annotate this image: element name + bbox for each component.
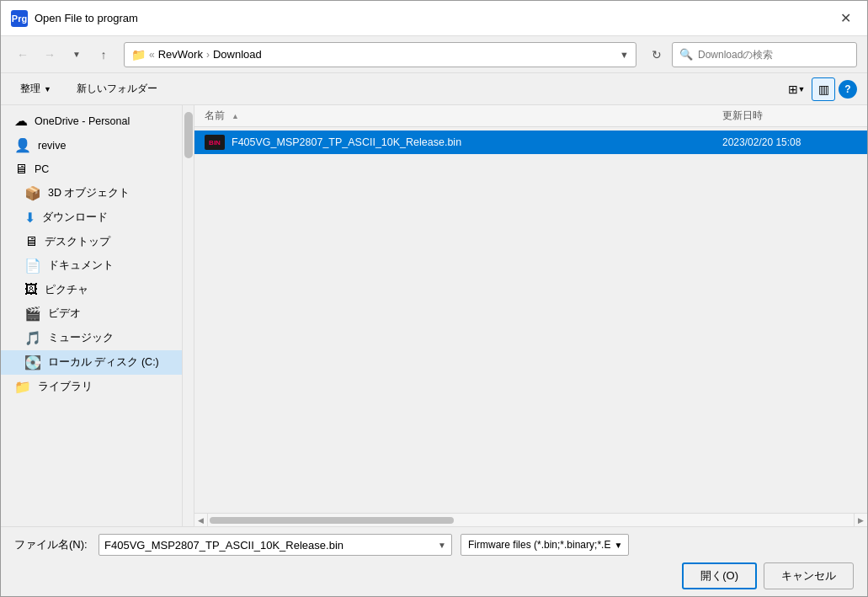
up-button[interactable]: ↑ bbox=[92, 43, 115, 67]
hscroll-thumb bbox=[210, 517, 454, 524]
close-button[interactable]: ✕ bbox=[833, 7, 857, 30]
help-icon: ? bbox=[844, 83, 850, 95]
sidebar: ☁ OneDrive - Personal 👤 revive 🖥 PC 📦 3D… bbox=[1, 105, 194, 526]
open-file-dialog: Prg Open File to program ✕ ← → ▼ ↑ 📁 « R… bbox=[0, 0, 868, 597]
forward-button[interactable]: → bbox=[38, 43, 61, 67]
sidebar-item-label-pc: PC bbox=[35, 163, 49, 175]
button-row: 開く(O) キャンセル bbox=[14, 562, 854, 589]
dialog-title: Open File to program bbox=[35, 12, 833, 24]
toolbar-right: ⊞ ▼ ▥ ? bbox=[785, 77, 857, 101]
breadcrumb-separator1: « bbox=[149, 49, 155, 61]
sidebar-item-local-disk[interactable]: 💽 ローカル ディスク (C:) bbox=[1, 350, 194, 375]
sidebar-item-music[interactable]: 🎵 ミュージック bbox=[1, 326, 194, 350]
sidebar-scrollbar-thumb bbox=[184, 112, 193, 158]
filename-input-container: ▼ bbox=[99, 534, 452, 556]
documents-icon: 📄 bbox=[24, 258, 41, 274]
app-icon: Prg bbox=[11, 10, 28, 27]
pane-icon: ▥ bbox=[818, 83, 829, 96]
sidebar-item-pictures[interactable]: 🖼 ピクチャ bbox=[1, 278, 194, 301]
sidebar-item-videos[interactable]: 🎬 ビデオ bbox=[1, 301, 194, 326]
sidebar-item-label-revive: revive bbox=[38, 140, 66, 152]
hscroll-track bbox=[208, 514, 854, 526]
disk-icon: 💽 bbox=[24, 354, 41, 370]
main-content: ☁ OneDrive - Personal 👤 revive 🖥 PC 📦 3D… bbox=[1, 105, 867, 526]
file-name-label: F405VG_MSP2807_TP_ASCII_10K_Release.bin bbox=[232, 136, 716, 148]
hscroll-left-button[interactable]: ◀ bbox=[194, 514, 208, 526]
address-toolbar: ← → ▼ ↑ 📁 « RevWork › Download ▼ ↻ 🔍 bbox=[1, 36, 867, 73]
file-list-header: 名前 ▲ 更新日時 bbox=[194, 105, 867, 127]
desktop-icon: 🖥 bbox=[24, 234, 38, 249]
sidebar-item-3d[interactable]: 📦 3D オブジェクト bbox=[1, 181, 194, 205]
filename-dropdown-arrow[interactable]: ▼ bbox=[433, 541, 451, 550]
address-chevron-icon[interactable]: ▼ bbox=[620, 50, 629, 60]
video-icon: 🎬 bbox=[24, 306, 41, 322]
col-name-label: 名前 bbox=[205, 109, 225, 123]
bin-file-icon: BIN bbox=[205, 135, 225, 150]
cloud-icon: ☁ bbox=[14, 113, 28, 129]
col-date-label: 更新日時 bbox=[722, 109, 763, 121]
new-folder-label: 新しいフォルダー bbox=[77, 82, 157, 96]
file-date-label: 2023/02/20 15:08 bbox=[722, 136, 857, 148]
view-mode-button[interactable]: ⊞ ▼ bbox=[785, 77, 808, 101]
sidebar-item-desktop[interactable]: 🖥 デスクトップ bbox=[1, 230, 194, 253]
library-icon: 📁 bbox=[14, 379, 31, 395]
filetype-label: Firmware files (*.bin;*.binary;*.E bbox=[468, 539, 610, 551]
organize-label: 整理 bbox=[20, 82, 40, 96]
sidebar-scrollbar[interactable] bbox=[182, 105, 194, 526]
download-icon: ⬇ bbox=[24, 210, 35, 226]
filename-label: ファイル名(N): bbox=[14, 537, 90, 552]
breadcrumb-revwork: RevWork bbox=[158, 48, 203, 61]
bottom-bar: ファイル名(N): ▼ Firmware files (*.bin;*.bina… bbox=[1, 526, 867, 596]
organize-chevron-icon: ▼ bbox=[44, 85, 51, 93]
sidebar-item-onedrive[interactable]: ☁ OneDrive - Personal bbox=[1, 109, 194, 133]
sidebar-item-label-library: ライブラリ bbox=[38, 380, 93, 394]
sidebar-item-label-pictures: ピクチャ bbox=[45, 283, 88, 297]
sidebar-item-label-music: ミュージック bbox=[48, 331, 114, 345]
sidebar-item-label-onedrive: OneDrive - Personal bbox=[35, 115, 130, 127]
file-list: BIN F405VG_MSP2807_TP_ASCII_10K_Release.… bbox=[194, 127, 867, 513]
refresh-button[interactable]: ↻ bbox=[645, 43, 668, 67]
filetype-chevron-icon: ▼ bbox=[614, 541, 622, 550]
search-bar: 🔍 bbox=[672, 42, 857, 67]
new-folder-button[interactable]: 新しいフォルダー bbox=[67, 77, 167, 100]
dropdown-arrow-button[interactable]: ▼ bbox=[65, 43, 88, 67]
file-type-label: BIN bbox=[209, 139, 221, 147]
sidebar-item-pc[interactable]: 🖥 PC bbox=[1, 157, 194, 181]
search-icon: 🔍 bbox=[679, 48, 693, 61]
filetype-select[interactable]: Firmware files (*.bin;*.binary;*.E ▼ bbox=[461, 534, 629, 556]
back-button[interactable]: ← bbox=[11, 43, 35, 67]
address-bar[interactable]: 📁 « RevWork › Download ▼ bbox=[124, 42, 636, 67]
horizontal-scrollbar[interactable]: ◀ ▶ bbox=[194, 513, 867, 526]
sidebar-item-download[interactable]: ⬇ ダウンロード bbox=[1, 205, 194, 230]
view-icon: ⊞ bbox=[788, 83, 798, 96]
sidebar-item-library[interactable]: 📁 ライブラリ bbox=[1, 375, 194, 399]
sidebar-item-label-local-disk: ローカル ディスク (C:) bbox=[48, 355, 159, 370]
details-pane-button[interactable]: ▥ bbox=[812, 77, 835, 101]
sidebar-item-revive[interactable]: 👤 revive bbox=[1, 133, 194, 157]
pictures-icon: 🖼 bbox=[24, 282, 38, 297]
col-header-date[interactable]: 更新日時 bbox=[722, 109, 857, 123]
sidebar-item-documents[interactable]: 📄 ドキュメント bbox=[1, 253, 194, 278]
organize-button[interactable]: 整理 ▼ bbox=[11, 77, 61, 100]
filename-row: ファイル名(N): ▼ Firmware files (*.bin;*.bina… bbox=[14, 534, 854, 556]
music-icon: 🎵 bbox=[24, 330, 41, 346]
col-header-name[interactable]: 名前 ▲ bbox=[205, 109, 722, 123]
sidebar-item-label-download: ダウンロード bbox=[42, 211, 108, 225]
breadcrumb-download: Download bbox=[213, 48, 262, 61]
open-button[interactable]: 開く(O) bbox=[682, 562, 757, 589]
cancel-button[interactable]: キャンセル bbox=[764, 562, 854, 589]
filename-input[interactable] bbox=[99, 539, 433, 552]
3d-icon: 📦 bbox=[24, 185, 41, 201]
file-pane: 名前 ▲ 更新日時 BIN F405VG_MSP2807_TP_ASCII_10… bbox=[194, 105, 867, 526]
hscroll-right-button[interactable]: ▶ bbox=[854, 514, 867, 526]
sidebar-item-label-documents: ドキュメント bbox=[48, 259, 114, 273]
title-bar: Prg Open File to program ✕ bbox=[1, 1, 867, 36]
help-button[interactable]: ? bbox=[839, 80, 857, 99]
sidebar-item-label-videos: ビデオ bbox=[48, 306, 81, 321]
breadcrumb-arrow: › bbox=[206, 49, 210, 61]
search-input[interactable] bbox=[698, 49, 849, 61]
user-icon: 👤 bbox=[14, 137, 31, 153]
pc-icon: 🖥 bbox=[14, 162, 28, 177]
table-row[interactable]: BIN F405VG_MSP2807_TP_ASCII_10K_Release.… bbox=[194, 131, 867, 154]
sidebar-item-label-desktop: デスクトップ bbox=[45, 235, 110, 249]
